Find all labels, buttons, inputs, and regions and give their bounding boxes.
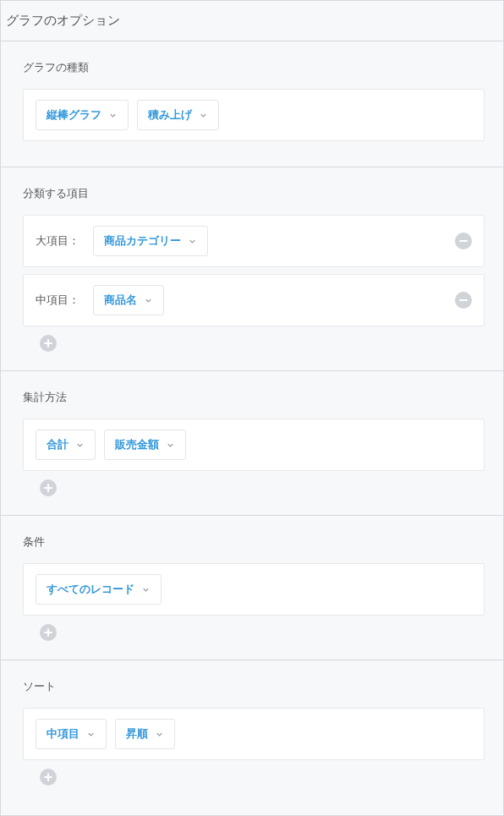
chart-type-select[interactable]: 縦棒グラフ [36,100,129,130]
group-by-medium-select-label: 商品名 [104,293,137,308]
condition-select[interactable]: すべてのレコード [36,574,162,605]
sort-order-label: 昇順 [126,726,148,742]
chart-type-select-label: 縦棒グラフ [47,107,101,123]
section-sort: ソート 中項目 昇順 [1,660,503,804]
add-sort-button[interactable] [40,769,57,786]
add-aggregate-button[interactable] [40,479,57,496]
chevron-down-icon [108,111,118,120]
graph-options-panel: グラフのオプション グラフの種類 縦棒グラフ 積み上げ [0,0,504,816]
section-chart-type: グラフの種類 縦棒グラフ 積み上げ [1,41,503,167]
chevron-down-icon [144,296,153,305]
group-by-prefix-large: 大項目： [36,233,79,249]
group-by-prefix-medium: 中項目： [36,293,79,308]
section-label-aggregate: 集計方法 [23,390,485,405]
chart-type-box: 縦棒グラフ 積み上げ [23,89,485,141]
section-condition: 条件 すべてのレコード [1,515,503,660]
sort-field-select[interactable]: 中項目 [36,719,107,749]
stack-type-select[interactable]: 積み上げ [137,100,219,130]
section-label-condition: 条件 [23,534,485,550]
add-condition-button[interactable] [40,624,57,641]
add-group-button[interactable] [40,335,57,352]
group-by-large-select[interactable]: 商品カテゴリー [93,226,208,256]
chevron-down-icon [166,441,175,450]
panel-title: グラフのオプション [1,1,503,41]
chevron-down-icon [86,730,96,739]
chevron-down-icon [188,237,197,246]
group-by-medium-select[interactable]: 商品名 [93,285,164,315]
remove-group-large-button[interactable] [455,233,472,249]
group-by-row-large: 大項目： 商品カテゴリー [23,215,485,267]
aggregate-field-select[interactable]: 販売金額 [104,430,186,460]
aggregate-box: 合計 販売金額 [23,419,485,471]
condition-box: すべてのレコード [23,563,485,616]
group-by-row-medium: 中項目： 商品名 [23,274,485,326]
chevron-down-icon [141,585,151,594]
sort-box: 中項目 昇順 [23,708,485,760]
chevron-down-icon [155,730,164,739]
sort-field-label: 中項目 [47,726,79,742]
aggregate-method-label: 合計 [47,437,68,452]
group-by-large-select-label: 商品カテゴリー [104,233,181,249]
aggregate-method-select[interactable]: 合計 [36,430,96,460]
section-group-by: 分類する項目 大項目： 商品カテゴリー 中項目： 商品名 [1,167,503,370]
chevron-down-icon [199,111,208,120]
remove-group-medium-button[interactable] [455,292,472,309]
section-label-group-by: 分類する項目 [23,186,485,201]
section-label-sort: ソート [23,679,485,694]
sort-order-select[interactable]: 昇順 [115,719,175,749]
stack-type-select-label: 積み上げ [148,107,192,123]
chevron-down-icon [75,441,85,450]
condition-select-label: すべてのレコード [47,582,134,597]
section-aggregate: 集計方法 合計 販売金額 [1,370,503,515]
aggregate-field-label: 販売金額 [115,437,159,452]
section-label-chart-type: グラフの種類 [23,60,485,75]
